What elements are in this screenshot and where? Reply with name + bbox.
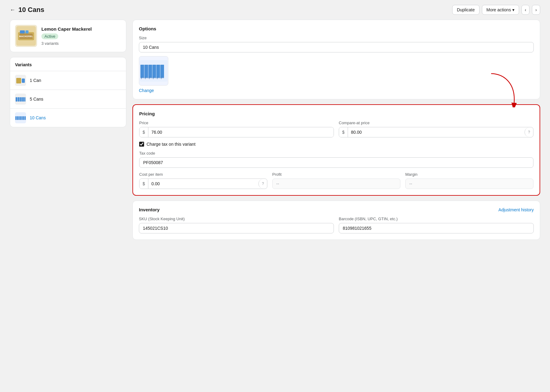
svg-rect-12 bbox=[18, 97, 20, 102]
tax-code-label: Tax code bbox=[139, 151, 533, 156]
variants-title: Variants bbox=[10, 57, 126, 71]
left-column: MACKEREL Lemon Caper Mackerel Active 3 v… bbox=[10, 20, 126, 240]
svg-rect-5 bbox=[20, 30, 25, 33]
chevron-down-icon: ▾ bbox=[512, 7, 514, 12]
adjustment-history-link[interactable]: Adjustment history bbox=[498, 207, 534, 212]
variants-count: 3 variants bbox=[41, 41, 92, 46]
cost-prefix: $ bbox=[139, 179, 148, 189]
product-card: MACKEREL Lemon Caper Mackerel Active 3 v… bbox=[10, 20, 126, 52]
charge-tax-row: Charge tax on this variant bbox=[139, 142, 533, 147]
more-actions-button[interactable]: More actions ▾ bbox=[482, 5, 519, 15]
product-name: Lemon Caper Mackerel bbox=[41, 26, 92, 32]
compare-price-help-icon[interactable]: ? bbox=[525, 128, 533, 137]
profit-input bbox=[272, 179, 400, 189]
svg-text:MACKEREL: MACKEREL bbox=[19, 35, 33, 38]
main-content: MACKEREL Lemon Caper Mackerel Active 3 v… bbox=[0, 20, 550, 250]
preview-image-svg bbox=[140, 60, 167, 82]
product-image: MACKEREL bbox=[15, 25, 37, 47]
top-bar-right: Duplicate More actions ▾ ‹ › bbox=[452, 5, 540, 15]
variant-thumb-1can bbox=[15, 75, 26, 86]
sku-label: SKU (Stock Keeping Unit) bbox=[139, 217, 334, 221]
status-badge: Active bbox=[41, 33, 58, 39]
options-title: Options bbox=[139, 26, 534, 31]
size-label: Size bbox=[139, 36, 534, 40]
svg-rect-23 bbox=[25, 116, 26, 120]
charge-tax-label: Charge tax on this variant bbox=[147, 142, 196, 147]
charge-tax-checkbox[interactable] bbox=[139, 142, 144, 147]
svg-rect-28 bbox=[152, 65, 156, 78]
tax-code-input[interactable] bbox=[139, 157, 533, 168]
options-section: Options Size bbox=[132, 20, 540, 99]
compare-price-prefix: $ bbox=[339, 127, 348, 137]
svg-rect-17 bbox=[15, 116, 17, 120]
sku-barcode-row: SKU (Stock Keeping Unit) Barcode (ISBN, … bbox=[139, 217, 534, 233]
cost-help-icon[interactable]: ? bbox=[258, 179, 267, 188]
cost-profit-margin-section: Cost per item $ ? Profit M bbox=[139, 172, 533, 189]
variant-label-1can: 1 Can bbox=[30, 78, 41, 83]
top-bar: ← 10 Cans Duplicate More actions ▾ ‹ › bbox=[0, 0, 550, 20]
variant-1can-icon bbox=[15, 75, 26, 86]
pricing-wrapper: Pricing Price $ Compare-at price $ bbox=[132, 104, 540, 196]
variant-image-preview bbox=[139, 56, 168, 86]
svg-rect-25 bbox=[140, 65, 144, 78]
variant-thumb-5cans bbox=[15, 94, 26, 105]
compare-price-input-wrapper: $ ? bbox=[339, 127, 533, 137]
variant-label-5cans: 5 Cans bbox=[30, 97, 43, 102]
cost-profit-margin-row: Cost per item $ ? Profit M bbox=[139, 172, 533, 189]
inventory-section: Inventory Adjustment history SKU (Stock … bbox=[132, 201, 540, 240]
svg-rect-8 bbox=[16, 78, 21, 83]
svg-rect-30 bbox=[160, 65, 164, 78]
product-info: Lemon Caper Mackerel Active 3 variants bbox=[41, 26, 92, 46]
pricing-row: Price $ Compare-at price $ ? bbox=[139, 121, 533, 137]
right-column: Options Size bbox=[132, 20, 540, 240]
variant-item-10cans[interactable]: 10 Cans bbox=[10, 109, 126, 127]
variant-item-1can[interactable]: 1 Can bbox=[10, 71, 126, 90]
svg-rect-18 bbox=[17, 116, 18, 120]
change-image-link[interactable]: Change bbox=[139, 88, 154, 93]
variant-10cans-icon bbox=[15, 112, 26, 123]
barcode-label: Barcode (ISBN, UPC, GTIN, etc.) bbox=[339, 217, 534, 221]
cost-input-wrapper: $ ? bbox=[139, 179, 267, 189]
variants-card: Variants 1 Can bbox=[10, 57, 126, 127]
svg-rect-19 bbox=[18, 116, 20, 120]
variant-item-5cans[interactable]: 5 Cans bbox=[10, 90, 126, 109]
svg-rect-15 bbox=[24, 97, 25, 102]
sku-field: SKU (Stock Keeping Unit) bbox=[139, 217, 334, 233]
svg-rect-26 bbox=[144, 65, 148, 78]
cost-field: Cost per item $ ? bbox=[139, 172, 267, 189]
variant-5cans-icon bbox=[15, 94, 26, 105]
svg-rect-22 bbox=[23, 116, 24, 120]
svg-rect-13 bbox=[20, 97, 22, 102]
margin-input bbox=[405, 179, 533, 189]
svg-rect-20 bbox=[20, 116, 21, 120]
pricing-title: Pricing bbox=[139, 111, 533, 116]
profit-label: Profit bbox=[272, 172, 400, 177]
price-field: Price $ bbox=[139, 121, 334, 137]
barcode-input[interactable] bbox=[339, 223, 534, 233]
inventory-header: Inventory Adjustment history bbox=[139, 207, 534, 212]
top-bar-left: ← 10 Cans bbox=[10, 6, 44, 14]
duplicate-button[interactable]: Duplicate bbox=[452, 5, 479, 15]
svg-rect-21 bbox=[21, 116, 23, 120]
profit-field: Profit bbox=[272, 172, 400, 189]
price-prefix: $ bbox=[139, 127, 148, 137]
sku-input[interactable] bbox=[139, 223, 334, 233]
compare-price-input[interactable] bbox=[348, 127, 525, 137]
price-label: Price bbox=[139, 121, 334, 125]
next-nav-button[interactable]: › bbox=[532, 5, 540, 15]
price-input[interactable] bbox=[148, 127, 334, 137]
variant-label-10cans: 10 Cans bbox=[30, 115, 46, 120]
size-input[interactable] bbox=[139, 42, 534, 52]
prev-nav-button[interactable]: ‹ bbox=[521, 5, 530, 15]
compare-price-field: Compare-at price $ ? bbox=[339, 121, 533, 137]
compare-price-label: Compare-at price bbox=[339, 121, 533, 125]
variant-thumb-10cans bbox=[15, 112, 26, 123]
svg-rect-29 bbox=[156, 65, 160, 78]
svg-rect-14 bbox=[22, 97, 24, 102]
cost-label: Cost per item bbox=[139, 172, 267, 177]
page-title: 10 Cans bbox=[18, 6, 44, 14]
inventory-title: Inventory bbox=[139, 207, 160, 212]
back-button[interactable]: ← bbox=[10, 7, 15, 13]
svg-rect-6 bbox=[25, 30, 29, 33]
cost-input[interactable] bbox=[148, 179, 259, 189]
